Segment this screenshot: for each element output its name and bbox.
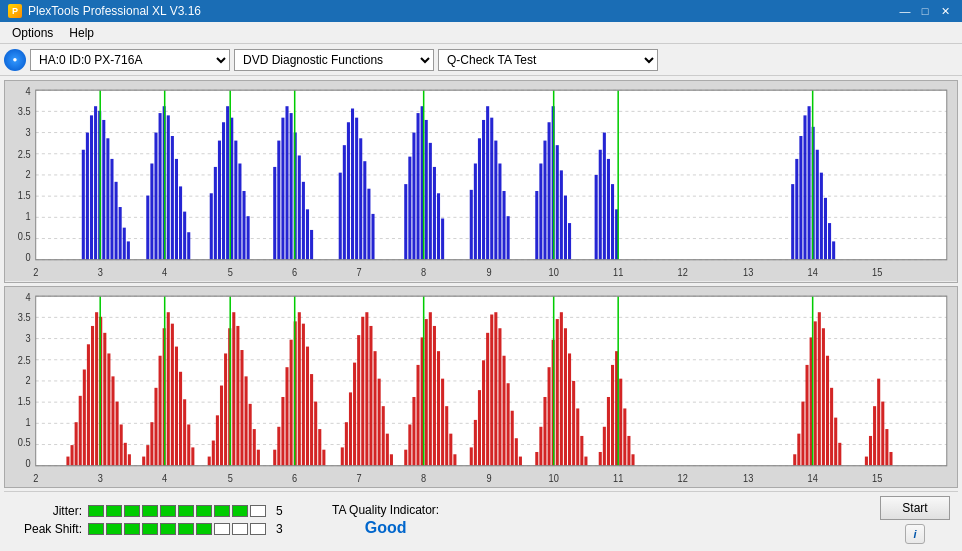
svg-text:8: 8: [421, 472, 426, 484]
svg-rect-204: [208, 456, 211, 465]
start-button[interactable]: Start: [880, 496, 950, 520]
svg-rect-251: [437, 351, 440, 466]
svg-rect-98: [478, 138, 481, 259]
svg-rect-63: [234, 141, 237, 260]
svg-rect-175: [66, 456, 69, 465]
svg-rect-36: [90, 115, 93, 259]
functions-select[interactable]: DVD Diagnostic Functions: [234, 49, 434, 71]
svg-text:6: 6: [292, 266, 297, 278]
svg-rect-43: [119, 207, 122, 260]
menu-help[interactable]: Help: [61, 24, 102, 42]
svg-rect-42: [115, 182, 118, 260]
svg-rect-258: [478, 390, 481, 466]
svg-rect-289: [627, 435, 630, 465]
svg-rect-101: [490, 118, 493, 260]
svg-rect-79: [347, 122, 350, 259]
svg-rect-287: [619, 378, 622, 465]
svg-rect-105: [507, 216, 510, 260]
svg-rect-60: [222, 122, 225, 259]
svg-rect-275: [560, 312, 563, 466]
svg-rect-268: [519, 456, 522, 465]
svg-rect-53: [175, 159, 178, 260]
svg-rect-212: [240, 350, 243, 466]
toolbar: ● HA:0 ID:0 PX-716A DVD Diagnostic Funct…: [0, 44, 962, 76]
svg-text:3.5: 3.5: [18, 311, 31, 323]
svg-rect-205: [212, 440, 215, 465]
svg-rect-200: [179, 371, 182, 465]
svg-rect-278: [572, 380, 575, 465]
jitter-seg-8: [214, 505, 230, 517]
svg-rect-176: [71, 445, 74, 466]
svg-rect-68: [277, 141, 280, 260]
svg-text:3: 3: [25, 127, 30, 139]
svg-rect-259: [482, 360, 485, 465]
svg-rect-127: [816, 150, 819, 260]
svg-rect-220: [285, 367, 288, 466]
peak-shift-label: Peak Shift:: [12, 522, 82, 536]
svg-rect-123: [799, 136, 802, 260]
jitter-seg-1: [88, 505, 104, 517]
test-select[interactable]: Q-Check TA Test: [438, 49, 658, 71]
svg-rect-39: [102, 120, 105, 260]
svg-rect-254: [449, 433, 452, 465]
metrics-section: Jitter: 5 Peak Shift:: [12, 504, 292, 536]
svg-text:3: 3: [98, 472, 103, 484]
svg-rect-266: [511, 410, 514, 465]
menu-bar: Options Help: [0, 22, 962, 44]
svg-rect-298: [822, 328, 825, 465]
svg-rect-240: [382, 406, 385, 466]
svg-rect-248: [425, 319, 428, 466]
jitter-label: Jitter:: [12, 504, 82, 518]
svg-rect-78: [343, 145, 346, 260]
svg-text:13: 13: [743, 472, 753, 484]
start-btn-section: Start i: [880, 496, 950, 544]
svg-rect-189: [124, 442, 127, 465]
svg-rect-76: [310, 230, 313, 260]
svg-text:4: 4: [162, 266, 168, 278]
svg-rect-219: [281, 396, 284, 465]
svg-rect-113: [564, 196, 567, 260]
svg-rect-211: [236, 325, 239, 465]
svg-text:4: 4: [25, 85, 31, 97]
peak-shift-row: Peak Shift: 3: [12, 522, 292, 536]
svg-rect-226: [310, 374, 313, 466]
svg-text:12: 12: [678, 266, 688, 278]
svg-text:5: 5: [228, 266, 234, 278]
svg-rect-303: [865, 456, 868, 465]
window-title: PlexTools Professional XL V3.16: [28, 4, 201, 18]
jitter-seg-9: [232, 505, 248, 517]
jitter-seg-7: [196, 505, 212, 517]
svg-text:5: 5: [228, 472, 234, 484]
svg-rect-61: [226, 106, 229, 260]
jitter-seg-4: [142, 505, 158, 517]
svg-text:8: 8: [421, 266, 426, 278]
device-select[interactable]: HA:0 ID:0 PX-716A: [30, 49, 230, 71]
svg-text:1.5: 1.5: [18, 190, 31, 202]
close-button[interactable]: ✕: [936, 3, 954, 19]
svg-rect-252: [441, 378, 444, 465]
svg-rect-65: [242, 191, 245, 260]
minimize-button[interactable]: —: [896, 3, 914, 19]
svg-text:2.5: 2.5: [18, 148, 31, 160]
svg-rect-82: [359, 138, 362, 259]
bottom-info-bar: Jitter: 5 Peak Shift:: [4, 491, 958, 547]
svg-rect-235: [361, 316, 364, 465]
svg-rect-255: [453, 454, 456, 465]
svg-rect-191: [142, 456, 145, 465]
svg-rect-269: [535, 451, 538, 465]
svg-rect-276: [564, 328, 567, 465]
menu-options[interactable]: Options: [4, 24, 61, 42]
peak-seg-9: [232, 523, 248, 535]
ta-quality-section: TA Quality Indicator: Good: [332, 503, 439, 537]
svg-rect-45: [127, 241, 130, 259]
svg-rect-280: [580, 435, 583, 465]
svg-text:9: 9: [487, 266, 492, 278]
svg-rect-290: [631, 454, 634, 465]
svg-text:14: 14: [808, 266, 819, 278]
maximize-button[interactable]: □: [916, 3, 934, 19]
svg-text:7: 7: [357, 472, 362, 484]
svg-text:3.5: 3.5: [18, 106, 31, 118]
title-bar-controls[interactable]: — □ ✕: [896, 3, 954, 19]
peak-seg-8: [214, 523, 230, 535]
info-button[interactable]: i: [905, 524, 925, 544]
